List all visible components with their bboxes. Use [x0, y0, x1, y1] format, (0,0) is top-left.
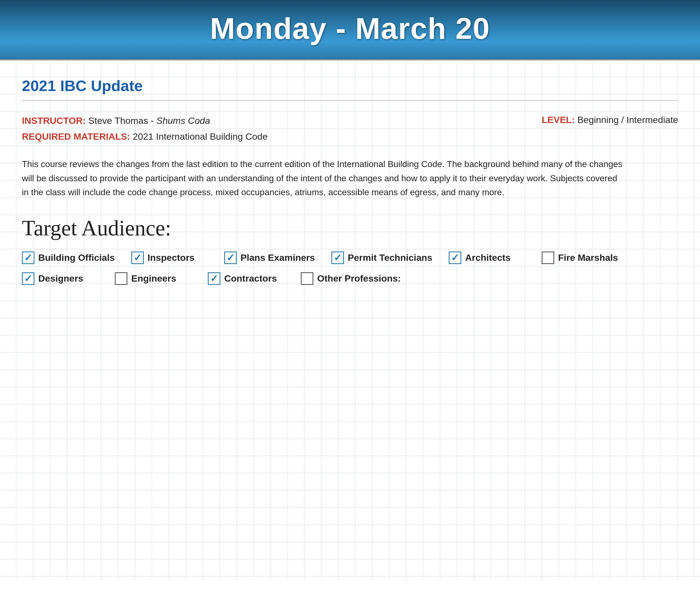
materials-label: REQUIRED MATERIALS: [22, 131, 130, 141]
level-label: LEVEL: [542, 115, 575, 125]
info-left: INSTRUCTOR: Steve Thomas - Shums Coda RE… [22, 115, 542, 146]
checkbox-checked[interactable]: ✓ [224, 252, 237, 264]
instructor-company: Shums Coda [157, 115, 210, 126]
checkbox-checked[interactable]: ✓ [208, 272, 220, 285]
instructor-line: INSTRUCTOR: Steve Thomas - Shums Coda [22, 115, 542, 126]
checkmark-icon: ✓ [133, 253, 142, 263]
audience-label: Building Officials [38, 252, 115, 263]
audience-item: ✓Contractors [208, 272, 284, 285]
checkmark-icon: ✓ [24, 253, 32, 263]
checkmark-icon: ✓ [333, 253, 342, 263]
audience-label: Inspectors [148, 252, 195, 263]
level-section: LEVEL: Beginning / Intermediate [542, 115, 678, 125]
audience-item: ✓Architects [449, 252, 525, 264]
audience-label: Architects [465, 252, 510, 263]
audience-row-2: ✓DesignersEngineers✓ContractorsOther Pro… [22, 272, 678, 285]
checkmark-icon: ✓ [210, 274, 218, 283]
audience-label: Contractors [224, 273, 277, 284]
instructor-value: Steve Thomas - [88, 115, 157, 126]
main-content: 2021 IBC Update INSTRUCTOR: Steve Thomas… [0, 60, 700, 580]
audience-label: Plans Examiners [241, 252, 315, 263]
checkbox-checked[interactable]: ✓ [331, 252, 344, 264]
audience-item: Fire Marshals [542, 252, 618, 264]
info-row: INSTRUCTOR: Steve Thomas - Shums Coda RE… [22, 115, 678, 146]
audience-label: Engineers [131, 273, 176, 284]
content-wrapper: 2021 IBC Update INSTRUCTOR: Steve Thomas… [22, 77, 678, 285]
audience-item: ✓Designers [22, 272, 99, 285]
materials-line: REQUIRED MATERIALS: 2021 International B… [22, 130, 542, 143]
target-audience-heading: Target Audience: [22, 216, 678, 241]
audience-row-1: ✓Building Officials✓Inspectors✓Plans Exa… [22, 252, 678, 264]
checkmark-icon: ✓ [226, 253, 235, 263]
page-header: Monday - March 20 [0, 0, 700, 60]
course-description: This course reviews the changes from the… [22, 157, 623, 199]
audience-label: Permit Technicians [348, 252, 432, 263]
level-value: Beginning / Intermediate [577, 115, 678, 125]
audience-item: ✓Permit Technicians [331, 252, 432, 264]
checkbox-checked[interactable]: ✓ [22, 252, 34, 264]
checkbox-checked[interactable]: ✓ [22, 272, 34, 285]
audience-grid: ✓Building Officials✓Inspectors✓Plans Exa… [22, 252, 678, 285]
audience-label: Fire Marshals [558, 252, 618, 263]
materials-value: 2021 International Building Code [133, 131, 267, 141]
checkbox-checked[interactable]: ✓ [131, 252, 144, 264]
checkbox-unchecked[interactable] [542, 252, 554, 264]
page-title: Monday - March 20 [5, 11, 695, 46]
checkbox-unchecked[interactable] [115, 272, 128, 285]
audience-item: ✓Building Officials [22, 252, 115, 264]
audience-label: Designers [38, 273, 83, 284]
checkbox-unchecked[interactable] [301, 272, 313, 285]
course-title: 2021 IBC Update [22, 77, 678, 101]
audience-item: ✓Plans Examiners [224, 252, 315, 264]
checkmark-icon: ✓ [24, 274, 32, 283]
audience-item: Engineers [115, 272, 191, 285]
audience-item: Other Professions: [301, 272, 401, 285]
instructor-label: INSTRUCTOR: [22, 115, 86, 126]
audience-label: Other Professions: [317, 273, 401, 284]
checkbox-checked[interactable]: ✓ [449, 252, 461, 264]
checkmark-icon: ✓ [451, 253, 459, 263]
audience-item: ✓Inspectors [131, 252, 208, 264]
